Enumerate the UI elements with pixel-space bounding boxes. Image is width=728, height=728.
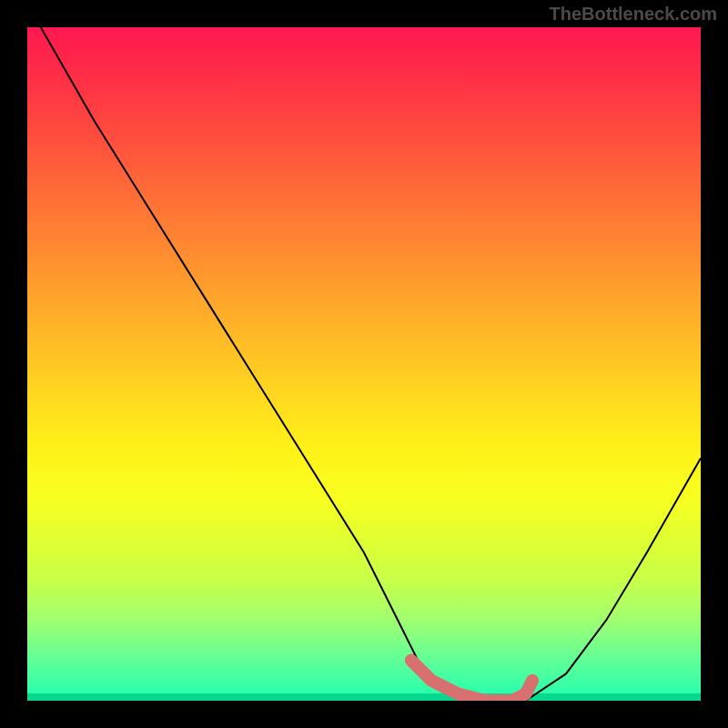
plot-area	[27, 27, 701, 701]
optimal-range-highlight	[411, 661, 532, 701]
curve-layer	[27, 27, 701, 701]
watermark-text: TheBottleneck.com	[550, 4, 717, 25]
bottleneck-curve-line	[41, 27, 701, 701]
